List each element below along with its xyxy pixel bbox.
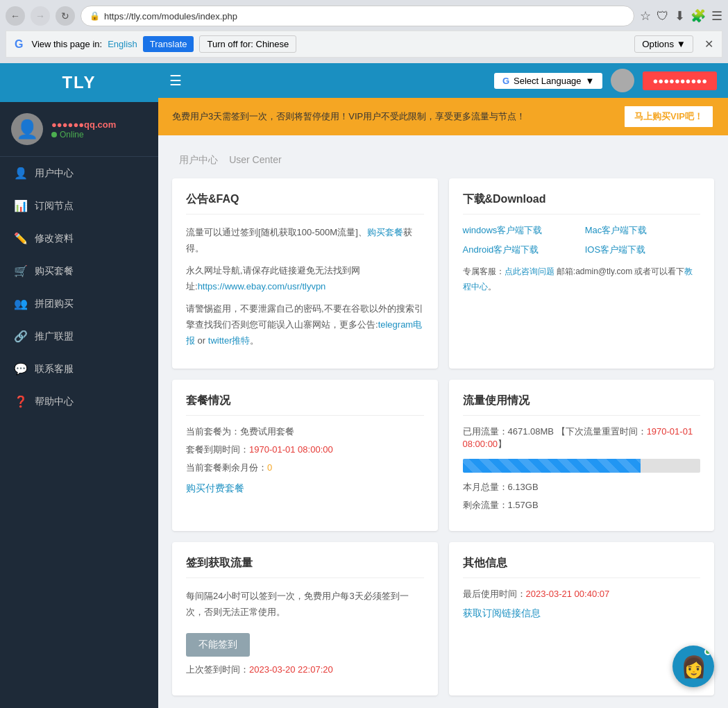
content-area: 用户中心 User Center 公告&FAQ 流量可以通过签到[随机获取100… <box>158 135 728 708</box>
user-info: 👤 ●●●●●●qq.com Online <box>0 102 158 157</box>
last-used-row: 最后使用时间：2023-03-21 00:40:07 <box>463 588 701 600</box>
support-info: 专属客服：点此咨询问题 邮箱:admin@tly.com 或者可以看下教程中心。 <box>463 264 701 294</box>
nav-menu: 👤 用户中心 📊 订阅节点 ✏️ 修改资料 🛒 购买套餐 👥 拼团购买 🔗 <box>0 157 158 708</box>
user-status: Online <box>51 130 116 140</box>
help-icon: ❓ <box>14 395 28 408</box>
main-content: ☰ G Select Language ▼ ●●●●●●●●●● 免费用户3天需… <box>158 63 728 708</box>
chat-icon: 💬 <box>14 362 28 376</box>
topbar-avatar <box>611 69 634 92</box>
last-checkin-row: 上次签到时间：2023-03-20 22:07:20 <box>186 664 424 676</box>
sidebar-label-service: 联系客服 <box>35 363 74 376</box>
sidebar-item-customer-service[interactable]: 💬 联系客服 <box>0 353 158 385</box>
mac-download-link[interactable]: Mac客户端下载 <box>585 224 700 237</box>
other-info-title: 其他信息 <box>463 556 701 578</box>
announcements-card: 公告&FAQ 流量可以通过签到[随机获取100-500M流量]、购买套餐获得。 … <box>172 178 438 369</box>
twitter-link[interactable]: twitter推特 <box>208 335 251 346</box>
download-card: 下载&Download windows客户端下载 Mac客户端下载 Androi… <box>449 178 715 369</box>
checkin-title: 签到获取流量 <box>186 556 424 578</box>
group-icon: 👥 <box>14 297 28 310</box>
sidebar-item-edit-profile[interactable]: ✏️ 修改资料 <box>0 222 158 255</box>
expire-row: 套餐到期时间：1970-01-01 08:00:00 <box>186 444 424 456</box>
refresh-button[interactable]: ↻ <box>56 6 75 26</box>
affiliate-icon: 🔗 <box>14 330 28 343</box>
language-link[interactable]: English <box>108 39 137 49</box>
google-logo: G <box>15 38 23 51</box>
cards-grid: 公告&FAQ 流量可以通过签到[随机获取100-500M流量]、购买套餐获得。 … <box>172 178 714 696</box>
browser-icons: ☆ 🛡 ⬇ 🧩 ☰ <box>640 8 722 24</box>
announcement-para1: 流量可以通过签到[随机获取100-500M流量]、购买套餐获得。 <box>186 224 424 257</box>
traffic-title: 流量使用情况 <box>463 394 701 416</box>
menu-icon[interactable]: ☰ <box>711 8 722 24</box>
checkin-button[interactable]: 不能签到 <box>186 633 250 657</box>
sidebar-item-affiliate[interactable]: 🔗 推广联盟 <box>0 320 158 353</box>
remaining-traffic-row: 剩余流量：1.57GB <box>463 499 701 512</box>
traffic-card: 流量使用情况 已用流量：4671.08MB 【下次流量重置时间：1970-01-… <box>449 380 715 531</box>
traffic-used-row: 已用流量：4671.08MB 【下次流量重置时间：1970-01-01 08:0… <box>463 425 701 450</box>
username-label: ●●●●●●qq.com <box>51 119 116 130</box>
star-icon[interactable]: ☆ <box>640 8 651 24</box>
announcements-title: 公告&FAQ <box>186 192 424 214</box>
topbar: ☰ G Select Language ▼ ●●●●●●●●●● <box>158 63 728 98</box>
options-button[interactable]: Options ▼ <box>634 35 693 53</box>
page-title: 用户中心 User Center <box>172 149 714 167</box>
sidebar-label-group: 拼团购买 <box>35 298 74 310</box>
back-button[interactable]: ← <box>6 6 25 26</box>
shield-icon: 🛡 <box>657 9 669 24</box>
current-plan-row: 当前套餐为：免费试用套餐 <box>186 425 424 438</box>
announcement-text: 免费用户3天需签到一次，否则将暂停使用！VIP用户不受此限制，享受更多流量与节点… <box>172 110 525 123</box>
total-traffic-row: 本月总量：6.13GB <box>463 481 701 494</box>
announcement-para2: 永久网址导航,请保存此链接避免无法找到网址:https://www.ebay.c… <box>186 262 424 295</box>
close-translate-button[interactable]: ✕ <box>704 37 713 51</box>
topbar-username-button[interactable]: ●●●●●●●●●● <box>643 71 717 90</box>
download-icon[interactable]: ⬇ <box>675 8 685 24</box>
chat-online-dot <box>704 648 711 655</box>
plan-title: 套餐情况 <box>186 394 424 416</box>
sidebar-label-subscribe: 订阅节点 <box>35 200 74 212</box>
sidebar-item-buy-plan[interactable]: 🛒 购买套餐 <box>0 255 158 287</box>
address-bar[interactable]: 🔒 https://tly.com/modules/index.php <box>81 6 634 26</box>
checkin-description: 每间隔24小时可以签到一次，免费用户每3天必须签到一次，否则无法正常使用。 <box>186 588 424 621</box>
extensions-icon[interactable]: 🧩 <box>691 8 706 24</box>
turnoff-button[interactable]: Turn off for: Chinese <box>199 35 296 53</box>
traffic-progress-bar-wrapper <box>463 459 701 473</box>
download-title: 下载&Download <box>463 192 701 214</box>
checkin-card: 签到获取流量 每间隔24小时可以签到一次，免费用户每3天必须签到一次，否则无法正… <box>172 542 438 696</box>
subscribe-link[interactable]: 获取订阅链接信息 <box>463 607 541 618</box>
android-download-link[interactable]: Android客户端下载 <box>463 244 578 256</box>
download-links: windows客户端下载 Mac客户端下载 Android客户端下载 IOS客户… <box>463 224 701 256</box>
cart-icon: 🛒 <box>14 264 28 278</box>
tutorial-link[interactable]: 教程中心 <box>463 267 693 292</box>
consult-link[interactable]: 点此咨询问题 <box>505 267 555 276</box>
avatar: 👤 <box>11 113 43 145</box>
ios-download-link[interactable]: IOS客户端下载 <box>585 244 700 256</box>
chat-bubble[interactable]: 👩 <box>672 646 714 687</box>
status-dot <box>51 132 57 137</box>
buy-paid-plan-link[interactable]: 购买付费套餐 <box>186 482 244 494</box>
traffic-progress-bar <box>463 459 641 473</box>
ebay-link[interactable]: https://www.ebay.com/usr/tlyvpn <box>198 281 326 292</box>
sidebar-label-buy: 购买套餐 <box>35 265 74 278</box>
translate-bar: G View this page in: English Translate T… <box>6 31 722 58</box>
google-g-icon: G <box>502 76 509 86</box>
sidebar-label-affiliate: 推广联盟 <box>35 330 74 343</box>
sidebar-item-user-center[interactable]: 👤 用户中心 <box>0 157 158 189</box>
sidebar-label-user-center: 用户中心 <box>35 167 74 180</box>
buy-plan-link1[interactable]: 购买套餐 <box>367 227 403 237</box>
select-language-button[interactable]: G Select Language ▼ <box>494 73 603 89</box>
plan-card: 套餐情况 当前套餐为：免费试用套餐 套餐到期时间：1970-01-01 08:0… <box>172 380 438 531</box>
sidebar-item-subscribe-nodes[interactable]: 📊 订阅节点 <box>0 189 158 222</box>
user-center-icon: 👤 <box>14 167 28 180</box>
chevron-down-icon: ▼ <box>586 76 595 86</box>
buy-vip-button[interactable]: 马上购买VIP吧！ <box>623 105 714 128</box>
translate-button[interactable]: Translate <box>143 36 194 52</box>
hamburger-icon[interactable]: ☰ <box>169 72 182 89</box>
windows-download-link[interactable]: windows客户端下载 <box>463 224 578 237</box>
forward-button[interactable]: → <box>31 6 50 26</box>
subscribe-icon: 📊 <box>14 199 28 212</box>
sidebar-label-edit: 修改资料 <box>35 233 74 245</box>
remaining-row: 当前套餐剩余月份：0 <box>186 462 424 474</box>
sidebar-label-help: 帮助中心 <box>35 396 74 408</box>
sidebar-item-group-buy[interactable]: 👥 拼团购买 <box>0 287 158 320</box>
announcement-para3: 请警惕盗用，不要泄露自己的密码,不要在谷歌以外的搜索引擎查找我们否则您可能误入山… <box>186 301 424 349</box>
sidebar-item-help-center[interactable]: ❓ 帮助中心 <box>0 385 158 418</box>
